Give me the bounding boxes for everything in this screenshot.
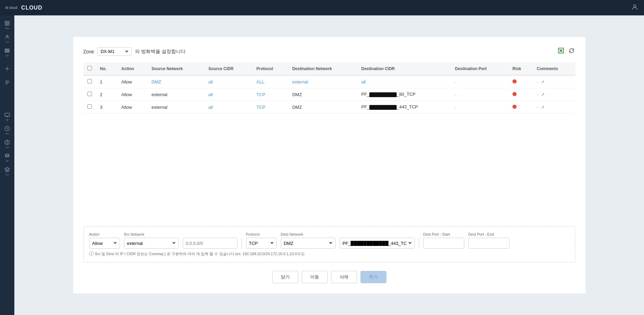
table-row: 2 Allow external all TCP DMZ PF_ _80_TCP… (83, 88, 575, 101)
excel-export-button[interactable] (557, 47, 565, 56)
info-icon: ⓘ (89, 251, 94, 257)
sidebar-item-us[interactable]: Us (1, 32, 13, 45)
form-separator-2 (419, 238, 419, 249)
row2-no: 2 (96, 88, 118, 101)
row1-risk-dot (512, 79, 517, 83)
col-no: No. (96, 63, 118, 75)
svg-point-5 (6, 35, 8, 37)
sidebar-item-se[interactable]: Se (1, 46, 13, 58)
sidebar-item-co1[interactable]: Co (1, 138, 13, 150)
src-network-select[interactable]: external DMZ internal (124, 238, 179, 249)
row1-protocol[interactable]: ALL (257, 79, 264, 84)
sidebar-se-label: Se (5, 54, 9, 57)
sidebar-au-label: Au (5, 132, 9, 135)
sidebar-co1-label: Co (5, 146, 9, 149)
sidebar-item-extra1[interactable] (1, 63, 13, 75)
sidebar-item-au[interactable]: Au (1, 124, 13, 136)
col-comments: Comments (533, 63, 575, 75)
row1-checkbox[interactable] (87, 79, 92, 83)
sidebar-item-extra2[interactable] (1, 76, 13, 89)
firewall-table: No. Action Source Network Source CIDR Pr… (83, 63, 575, 220)
row3-action: Allow (117, 101, 148, 114)
action-label: Action (89, 232, 120, 236)
row1-dest-network: external (288, 75, 357, 88)
col-risk: Risk (508, 63, 533, 75)
form-separator (242, 238, 242, 249)
dest-cidr-select[interactable]: PF_████████████_443_TCPPF_████████████_8… (340, 238, 415, 249)
modal-header: Zone DX-M1 DX-M2 DX-M3 의 방화벽을 설정합니다 (83, 47, 575, 56)
row3-edit-icon[interactable]: ↗ (541, 105, 545, 110)
add-button[interactable]: 추가 (360, 271, 386, 283)
row2-comments: - ↗ (533, 88, 575, 101)
dest-port-end-form-group: Dest Port - End (468, 232, 509, 249)
row1-edit-icon[interactable]: ↗ (541, 79, 545, 84)
action-form-group: Action Allow Deny (89, 232, 120, 249)
col-action: Action (117, 63, 148, 75)
svg-rect-6 (5, 49, 9, 50)
svg-point-13 (7, 143, 7, 143)
action-select[interactable]: Allow Deny (89, 238, 120, 249)
move-button[interactable]: 이동 (302, 271, 328, 283)
svg-rect-4 (8, 24, 9, 25)
row1-source-network[interactable]: DMZ (152, 79, 161, 84)
table-row: 3 Allow external all TCP DMZ PF_ _443_TC… (83, 101, 575, 114)
row3-dest-port: - (455, 105, 456, 110)
svg-rect-8 (5, 51, 9, 52)
col-dest-cidr: Destination CIDR (357, 63, 451, 75)
src-cidr-input[interactable] (183, 238, 237, 249)
logo-kt-text: kt cloud (5, 6, 17, 10)
row3-checkbox[interactable] (87, 104, 92, 109)
row1-dest-cidr[interactable]: all (361, 79, 366, 84)
row3-source-cidr[interactable]: all (208, 105, 213, 110)
delete-button[interactable]: 삭제 (331, 271, 357, 283)
dest-port-end-input[interactable] (468, 238, 509, 249)
dest-port-start-form-group: Dest Port - Start (423, 232, 464, 249)
row2-risk-dot (512, 92, 517, 96)
svg-rect-7 (5, 50, 9, 51)
svg-point-14 (5, 154, 9, 155)
sidebar-item-da[interactable]: Da (1, 19, 13, 31)
col-protocol: Protocol (252, 63, 288, 75)
row3-comments: - ↗ (533, 101, 575, 114)
row2-source-cidr[interactable]: all (208, 92, 213, 97)
col-dest-network: Destination Network (288, 63, 357, 75)
add-rule-form: Action Allow Deny Src Network external D… (83, 226, 575, 263)
svg-rect-1 (5, 21, 7, 23)
zone-label: Zone (83, 49, 94, 54)
info-text: ⓘ Src 및 Dest 의 IP / CIDR 정보는 Comma(,) 로 … (89, 251, 570, 257)
row2-protocol[interactable]: TCP (257, 92, 265, 97)
src-network-label: Src Network (124, 232, 179, 236)
row2-edit-icon[interactable]: ↗ (541, 92, 545, 97)
select-all-checkbox[interactable] (87, 66, 92, 70)
table-row: 1 Allow DMZ all ALL external all - - ↗ (83, 75, 575, 88)
zone-select[interactable]: DX-M1 DX-M2 DX-M3 (97, 47, 132, 56)
close-button[interactable]: 닫기 (272, 271, 298, 283)
logo-main-text: CLOUD (21, 5, 42, 11)
protocol-select[interactable]: TCP UDP ALL ICMP (246, 238, 277, 249)
src-cidr-label (183, 232, 237, 236)
col-source-network: Source Network (148, 63, 204, 75)
row1-dest-network-link[interactable]: external (292, 79, 308, 84)
row2-dest-port: - (455, 92, 456, 97)
sidebar-item-w[interactable]: W (1, 110, 13, 123)
header-actions (557, 47, 575, 56)
row1-no: 1 (96, 75, 118, 88)
row1-source-cidr[interactable]: all (208, 79, 213, 84)
row2-checkbox[interactable] (87, 92, 92, 96)
row3-protocol[interactable]: TCP (257, 105, 265, 110)
row1-action: Allow (117, 75, 148, 88)
sidebar-item-co2[interactable]: Co (1, 165, 13, 178)
row3-risk-dot (512, 105, 517, 109)
row2-action: Allow (117, 88, 148, 101)
user-icon[interactable] (631, 3, 639, 12)
svg-point-9 (6, 68, 8, 69)
dest-network-form-group: Dest Network DMZ external internal (281, 232, 335, 249)
dest-network-select[interactable]: DMZ external internal (281, 238, 335, 249)
col-dest-port: Destination Port (451, 63, 508, 75)
logo: kt cloud CLOUD (5, 5, 42, 11)
sidebar-item-m[interactable]: M (1, 152, 13, 164)
row1-dest-port: - (455, 79, 456, 84)
info-message: Src 및 Dest 의 IP / CIDR 정보는 Comma(,) 로 구분… (95, 251, 305, 257)
dest-port-start-input[interactable] (423, 238, 464, 249)
refresh-button[interactable] (568, 47, 575, 56)
